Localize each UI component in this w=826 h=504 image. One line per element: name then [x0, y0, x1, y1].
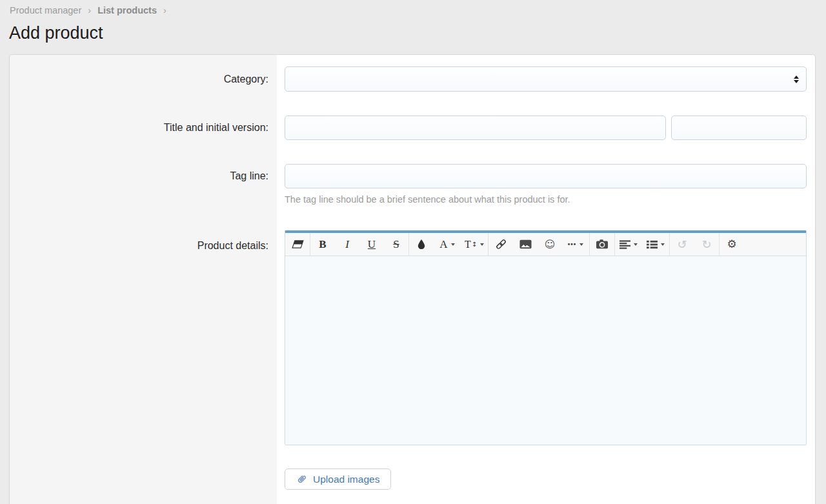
- more-options-button[interactable]: •••: [562, 233, 589, 256]
- strikethrough-button[interactable]: S: [384, 233, 408, 256]
- editor-content[interactable]: [285, 256, 806, 445]
- upload-images-label: Upload images: [313, 474, 379, 485]
- list-button[interactable]: [642, 233, 669, 256]
- alignment-button[interactable]: [615, 233, 642, 256]
- font-size-button[interactable]: T ↕: [461, 233, 488, 256]
- chevron-down-icon: [451, 243, 455, 246]
- undo-icon: ↺: [677, 239, 687, 250]
- title-version-label: Title and initial version:: [10, 116, 277, 140]
- insert-picture-button[interactable]: [513, 233, 538, 256]
- gear-icon: ⚙: [727, 239, 736, 250]
- list-icon: [647, 240, 658, 249]
- rich-text-editor: B I U S A T ↕: [285, 230, 807, 445]
- eraser-icon: [292, 240, 304, 248]
- page-title: Add product: [9, 23, 826, 43]
- insert-link-button[interactable]: [489, 233, 513, 256]
- image-icon: [519, 239, 532, 249]
- chevron-down-icon: [634, 243, 638, 246]
- category-row: Category:: [10, 66, 815, 92]
- underline-button[interactable]: U: [359, 233, 384, 256]
- bold-button[interactable]: B: [310, 233, 335, 256]
- link-icon: [495, 238, 507, 250]
- tagline-help-text: The tag line should be a brief sentence …: [285, 194, 807, 205]
- chevron-down-icon: [661, 243, 665, 246]
- font-size-arrow-icon: ↕: [472, 241, 477, 248]
- upload-row: Upload images: [285, 469, 807, 490]
- select-stepper-icon: [794, 76, 799, 83]
- redo-button[interactable]: ↻: [694, 233, 719, 256]
- upload-images-button[interactable]: Upload images: [285, 469, 391, 490]
- product-details-row: Product details: B I U S: [10, 230, 815, 490]
- editor-settings-button[interactable]: ⚙: [720, 233, 744, 256]
- droplet-icon: [418, 239, 425, 249]
- camera-icon: [596, 239, 608, 249]
- redo-icon: ↻: [701, 239, 711, 250]
- category-label: Category:: [10, 66, 277, 92]
- tagline-label: Tag line:: [10, 164, 277, 205]
- breadcrumb: Product manager › List products ›: [0, 0, 826, 15]
- font-size-glyph: T: [465, 239, 471, 250]
- paperclip-icon: [296, 474, 307, 485]
- tagline-row: Tag line: The tag line should be a brief…: [10, 164, 815, 205]
- italic-button[interactable]: I: [335, 233, 359, 256]
- chevron-down-icon: [480, 243, 484, 246]
- editor-toolbar: B I U S A T ↕: [285, 233, 806, 256]
- undo-button[interactable]: ↺: [670, 233, 694, 256]
- font-family-glyph: A: [439, 238, 447, 251]
- remove-format-button[interactable]: [285, 233, 310, 256]
- version-input[interactable]: [671, 116, 807, 140]
- ellipsis-icon: •••: [568, 241, 577, 248]
- smiley-icon: ☺: [545, 239, 556, 250]
- camera-button[interactable]: [590, 233, 614, 256]
- title-version-row: Title and initial version:: [10, 116, 815, 140]
- product-details-label: Product details:: [10, 230, 277, 490]
- breadcrumb-separator: ›: [163, 5, 166, 15]
- chevron-down-icon: [579, 243, 583, 246]
- breadcrumb-item-list-products[interactable]: List products: [97, 5, 157, 15]
- category-select[interactable]: [285, 66, 807, 92]
- tagline-input[interactable]: [285, 164, 807, 188]
- title-input[interactable]: [285, 116, 666, 140]
- emoji-button[interactable]: ☺: [538, 233, 562, 256]
- breadcrumb-separator: ›: [88, 5, 91, 15]
- breadcrumb-item-product-manager[interactable]: Product manager: [10, 5, 81, 15]
- align-left-icon: [620, 240, 630, 249]
- text-color-button[interactable]: [409, 233, 434, 256]
- font-family-button[interactable]: A: [434, 233, 461, 256]
- add-product-form-card: Category: Title and initial version: Tag…: [9, 54, 816, 504]
